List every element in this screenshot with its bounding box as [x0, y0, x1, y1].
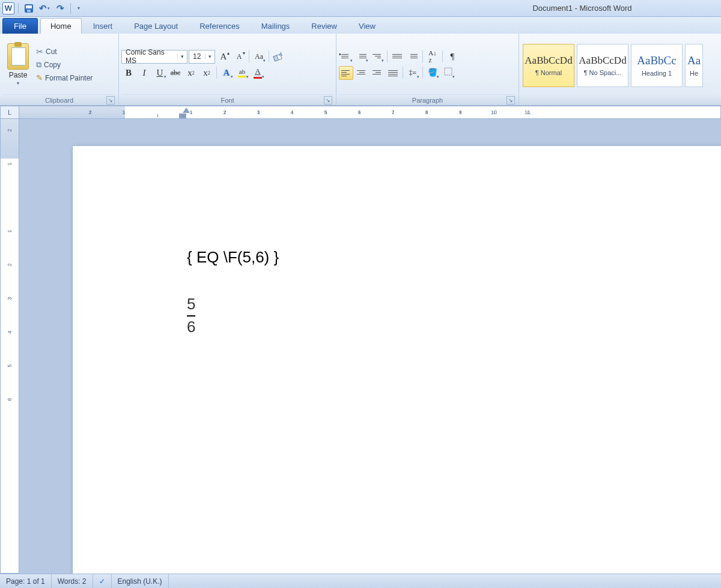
sort-button[interactable]: A↓Z — [425, 50, 440, 64]
qat-customize-button[interactable]: ▾ — [75, 2, 83, 15]
style-sample: Aa — [687, 54, 701, 67]
document-page[interactable]: { EQ \F(5,6) } 5 6 — [72, 145, 721, 574]
text-effects-icon: A — [224, 68, 230, 78]
subscript-button[interactable]: x2 — [184, 66, 198, 80]
font-launcher[interactable]: ↘ — [324, 96, 332, 105]
redo-button[interactable]: ↷ — [53, 2, 67, 15]
paste-button[interactable]: Paste ▾ — [2, 42, 34, 87]
format-painter-label: Format Painter — [45, 74, 93, 82]
tab-references[interactable]: References — [189, 18, 249, 34]
font-color-button[interactable]: A — [251, 66, 265, 80]
increase-indent-icon — [408, 53, 418, 60]
align-right-button[interactable] — [370, 66, 385, 80]
copy-label: Copy — [44, 61, 61, 69]
page-viewport[interactable]: { EQ \F(5,6) } 5 6 — [19, 119, 721, 574]
multilevel-button[interactable] — [370, 50, 385, 64]
shading-button[interactable]: 🪣 — [425, 66, 440, 80]
paragraph-launcher[interactable]: ↘ — [507, 96, 515, 105]
tab-review[interactable]: Review — [301, 18, 347, 34]
copy-button[interactable]: ⧉ Copy — [34, 58, 95, 71]
justify-icon — [388, 69, 398, 76]
tab-view[interactable]: View — [348, 18, 386, 34]
status-words[interactable]: Words: 2 — [52, 574, 93, 588]
group-label-font: Font — [221, 97, 234, 104]
ruler-tick: 3 — [242, 109, 275, 115]
status-page[interactable]: Page: 1 of 1 — [0, 574, 52, 588]
bold-button[interactable]: B — [121, 66, 136, 80]
ruler-ticks: 211234567891011 — [73, 106, 544, 118]
separator — [422, 67, 423, 79]
paste-icon — [7, 43, 29, 70]
clipboard-launcher[interactable]: ↘ — [106, 96, 115, 105]
separator — [269, 50, 269, 62]
line-spacing-button[interactable]: ‡≡ — [406, 66, 420, 80]
status-proofing[interactable]: ✓ — [93, 574, 112, 588]
increase-indent-button[interactable] — [406, 50, 420, 64]
cut-label: Cut — [46, 47, 57, 56]
tab-home[interactable]: Home — [40, 18, 82, 34]
show-marks-button[interactable]: ¶ — [445, 50, 460, 64]
font-size-value: 12 — [189, 52, 205, 61]
undo-button[interactable]: ↶▾ — [38, 2, 51, 15]
ruler-tick: 3 — [7, 289, 13, 308]
strikethrough-button[interactable]: abc — [168, 66, 183, 80]
italic-button[interactable]: I — [137, 66, 151, 80]
numbering-icon — [357, 53, 367, 60]
style-name: He — [690, 70, 698, 77]
svg-rect-6 — [445, 68, 452, 75]
svg-rect-1 — [26, 5, 32, 8]
separator — [442, 50, 443, 62]
font-color-icon: A — [254, 67, 262, 79]
fraction-display[interactable]: 5 6 — [187, 296, 195, 336]
style-heading-2[interactable]: Aa He — [685, 44, 703, 87]
word-logo-icon: W — [2, 2, 14, 14]
text-effects-button[interactable]: A — [219, 66, 234, 80]
grow-font-button[interactable]: A▴ — [216, 50, 231, 64]
highlight-icon: ab — [238, 68, 246, 77]
group-clipboard: Paste ▾ ✂ Cut ⧉ Copy ✎ Format Painter Cl… — [0, 34, 119, 105]
align-left-button[interactable] — [339, 66, 353, 80]
clear-formatting-button[interactable]: A — [272, 50, 286, 64]
font-name-value: Comic Sans MS — [122, 48, 177, 65]
superscript-button[interactable]: x2 — [199, 66, 214, 80]
ribbon: Paste ▾ ✂ Cut ⧉ Copy ✎ Format Painter Cl… — [0, 34, 721, 106]
decrease-indent-button[interactable] — [390, 50, 404, 64]
italic-icon: I — [143, 68, 146, 78]
borders-button[interactable] — [441, 66, 455, 80]
tab-insert[interactable]: Insert — [83, 18, 123, 34]
bullets-button[interactable]: • — [339, 50, 353, 64]
tab-file[interactable]: File — [2, 18, 38, 34]
group-styles: AaBbCcDd ¶ Normal AaBbCcDd ¶ No Spaci...… — [519, 34, 721, 105]
cut-button[interactable]: ✂ Cut — [34, 45, 95, 58]
underline-button[interactable]: U — [153, 66, 167, 80]
shrink-font-button[interactable]: A▾ — [232, 50, 246, 64]
ruler-tick: 7 — [376, 109, 410, 115]
align-left-icon — [341, 69, 351, 76]
change-case-button[interactable]: Aa — [252, 50, 266, 64]
ruler-tick: 1 — [7, 222, 13, 240]
save-button[interactable] — [22, 2, 35, 15]
tab-selector[interactable]: L — [0, 106, 19, 119]
style-no-spacing[interactable]: AaBbCcDd ¶ No Spaci... — [577, 44, 628, 87]
ruler-tick: 1 — [174, 109, 208, 115]
strike-icon: abc — [171, 68, 181, 77]
tab-mailings[interactable]: Mailings — [251, 18, 300, 34]
ruler-tick: 2 — [7, 121, 13, 139]
format-painter-button[interactable]: ✎ Format Painter — [34, 71, 95, 85]
justify-button[interactable] — [386, 66, 400, 80]
chevron-down-icon: ▾ — [177, 53, 187, 59]
align-center-button[interactable] — [354, 66, 369, 80]
horizontal-ruler[interactable]: 211234567891011 — [19, 106, 721, 119]
ruler-tick: 8 — [410, 109, 443, 115]
numbering-button[interactable] — [354, 50, 369, 64]
style-normal[interactable]: AaBbCcDd ¶ Normal — [523, 44, 574, 87]
status-language[interactable]: English (U.K.) — [112, 574, 169, 588]
highlight-button[interactable]: ab — [235, 66, 249, 80]
tab-page-layout[interactable]: Page Layout — [124, 18, 188, 34]
font-name-combo[interactable]: Comic Sans MS ▾ — [121, 50, 187, 64]
vertical-ruler[interactable]: 21123456 — [0, 119, 19, 574]
field-code-text[interactable]: { EQ \F(5,6) } — [187, 248, 721, 267]
shrink-font-icon: A — [237, 52, 242, 61]
font-size-combo[interactable]: 12 ▾ — [189, 50, 215, 64]
style-heading-1[interactable]: AaBbCc Heading 1 — [631, 44, 683, 87]
